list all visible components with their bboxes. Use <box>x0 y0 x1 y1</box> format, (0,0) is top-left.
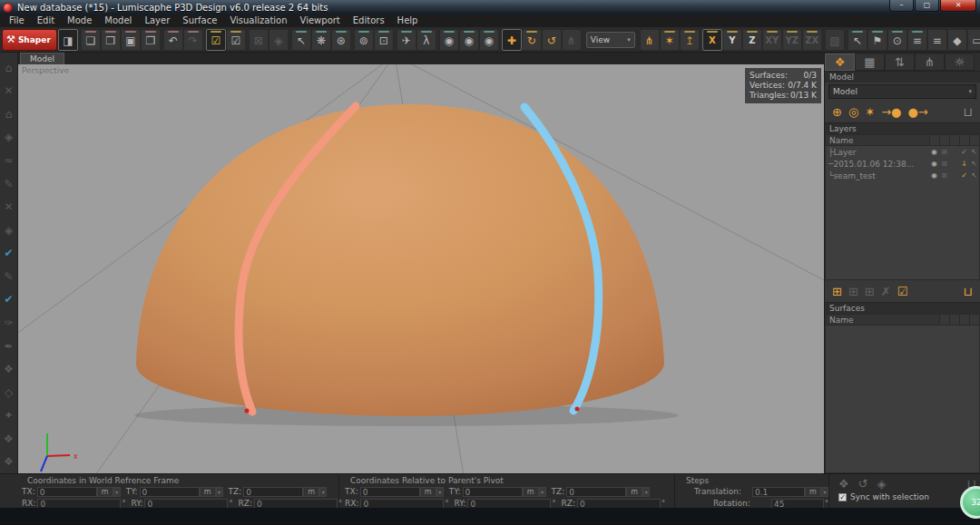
unit-caret[interactable]: ▾ <box>642 487 650 497</box>
brush-icon[interactable]: ✎ <box>1 265 17 288</box>
tab-model[interactable]: ❖ <box>825 53 855 71</box>
viewport-tab-model[interactable]: Model <box>20 53 64 64</box>
align-icon[interactable]: ✎ <box>1 172 17 196</box>
place-hierarchy-tool[interactable]: ⋔ <box>562 29 582 51</box>
coord-input[interactable]: 0 <box>144 499 228 509</box>
layer-row[interactable]: └seam_test◉⊠✓↖ <box>826 170 979 181</box>
menu-editors[interactable]: Editors <box>347 15 391 27</box>
menu-visualization[interactable]: Visualization <box>223 15 293 27</box>
pen-a-icon[interactable]: ✑ <box>1 311 17 335</box>
layer-row[interactable]: ├Layer◉⊠✓↖ <box>826 146 979 158</box>
paint-bucket-tool[interactable]: ◨ <box>58 29 78 51</box>
cut-icon[interactable]: ✕ <box>1 195 17 219</box>
expand-b-icon[interactable]: ❖ <box>1 451 17 474</box>
save-as-button[interactable]: ❐ <box>141 29 161 51</box>
zoom-tool[interactable]: ⊚ <box>354 29 374 51</box>
coord-input[interactable]: 0 <box>37 487 97 497</box>
visibility-icon[interactable]: ◉ <box>929 146 939 158</box>
rotate-tool[interactable]: ↻ <box>522 29 542 51</box>
unit-caret[interactable]: ▾ <box>436 487 444 497</box>
snap-button[interactable]: ◈ <box>269 29 289 51</box>
tessellate-icon[interactable]: ✦ <box>1 403 17 427</box>
list-button[interactable]: ≡ <box>927 29 947 51</box>
coord-input[interactable]: 0 <box>360 487 420 497</box>
coord-input[interactable]: 0 <box>243 487 303 497</box>
visibility-icon[interactable]: ◉ <box>929 170 939 181</box>
menu-mode[interactable]: Mode <box>61 15 98 27</box>
unit-selector[interactable]: m <box>626 487 642 497</box>
menu-model[interactable]: Model <box>98 15 138 27</box>
layer-tools-icon[interactable]: ✗ <box>881 286 891 297</box>
plane-xy-toggle[interactable]: XY <box>762 29 782 51</box>
unit-caret[interactable]: ▾ <box>539 487 546 497</box>
translation-unit[interactable]: m <box>805 487 821 497</box>
duplicate-model-icon[interactable]: ◎ <box>848 106 858 118</box>
visibility-icon[interactable]: ◉ <box>929 158 939 170</box>
export-icon[interactable]: ⌂ <box>1 102 17 126</box>
plane-zx-toggle[interactable]: ZX <box>802 29 822 51</box>
lock-icon[interactable]: ⊠ <box>939 170 949 181</box>
unit-selector[interactable]: m <box>523 487 539 497</box>
layers-name-column[interactable]: Name <box>826 135 929 145</box>
merge-icon[interactable]: ◈ <box>1 219 17 242</box>
export-from-model-icon[interactable]: ●→ <box>907 106 927 118</box>
menu-file[interactable]: File <box>3 15 31 27</box>
menu-layer[interactable]: Layer <box>138 15 176 27</box>
walk-mode-tool[interactable]: λ <box>416 29 436 51</box>
delete-icon[interactable]: ✕ <box>1 80 17 103</box>
unit-caret[interactable]: ▾ <box>216 487 223 497</box>
redo-button[interactable]: ↷ <box>183 29 203 51</box>
rotation-step-input[interactable]: 45 <box>771 499 824 509</box>
maximize-button[interactable]: ▢ <box>915 0 939 12</box>
lock-icon[interactable]: ⊠ <box>939 158 949 170</box>
coord-input[interactable]: 0 <box>577 499 661 509</box>
unit-selector[interactable]: m <box>200 487 216 497</box>
menu-viewport[interactable]: Viewport <box>294 15 347 27</box>
camera-lock-horizon-tool[interactable]: ◉ <box>459 29 479 51</box>
select-cursor-tool[interactable]: ↖ <box>291 29 311 51</box>
axis-z-toggle[interactable]: Z <box>742 29 762 51</box>
plane-yz-toggle[interactable]: YZ <box>782 29 802 51</box>
frame-axes-button[interactable]: ↥ <box>680 29 700 51</box>
move-tool[interactable]: ✚ <box>502 29 522 51</box>
coord-input[interactable]: 0 <box>463 487 523 497</box>
view-dropdown[interactable]: View▾ <box>586 32 635 48</box>
pan-hand-tool[interactable]: ❋ <box>311 29 331 51</box>
dome-model[interactable] <box>136 104 664 416</box>
measure-ruler-button[interactable]: ▭ <box>967 29 980 51</box>
pen-b-icon[interactable]: ✒ <box>1 335 17 358</box>
camera-lock-target-tool[interactable]: ◉ <box>479 29 499 51</box>
config-list-button[interactable]: ≡ <box>907 29 927 51</box>
axis-y-toggle[interactable]: Y <box>722 29 742 51</box>
state-icon[interactable]: ✓ <box>959 170 969 181</box>
apply-check-icon[interactable]: ✔ <box>1 288 17 312</box>
expand-a-icon[interactable]: ❖ <box>1 427 17 451</box>
mirror-icon[interactable]: ≈ <box>1 149 17 172</box>
paint-check-icon[interactable]: ✔ <box>1 242 17 266</box>
sync-checkbox[interactable]: ✓ <box>838 493 847 501</box>
coord-input[interactable]: 0 <box>467 499 551 509</box>
surface-pin-button[interactable]: ⚑ <box>867 29 887 51</box>
unit-selector[interactable]: m <box>420 487 436 497</box>
menu-surface[interactable]: Surface <box>176 15 223 27</box>
state-icon[interactable]: ✓ <box>959 146 969 158</box>
new-file-button[interactable]: ❏ <box>81 29 101 51</box>
layer-select-check-icon[interactable]: ☑ <box>897 286 908 297</box>
delete-layer-icon[interactable]: ⊔ <box>964 286 973 297</box>
diamond-icon[interactable]: ◇ <box>1 381 17 404</box>
undo-button[interactable]: ↶ <box>163 29 183 51</box>
add-variant-icon[interactable]: ⊞ <box>865 286 875 297</box>
add-layer-icon[interactable]: ⊞ <box>832 286 842 297</box>
menu-edit[interactable]: Edit <box>31 15 61 27</box>
unit-caret[interactable]: ▾ <box>319 487 327 497</box>
tag-button[interactable]: ◆ <box>947 29 967 51</box>
pick-cursor-tool[interactable]: ↖ <box>848 29 867 51</box>
fly-mode-tool[interactable]: ✈ <box>397 29 416 51</box>
coord-input[interactable]: 0 <box>566 487 626 497</box>
surfaces-name-column[interactable]: Name <box>826 315 939 325</box>
viewport-canvas[interactable]: x Perspective Surfaces:0/3Vertices:0/7.4… <box>18 64 824 473</box>
unit-caret[interactable]: ▾ <box>113 487 121 497</box>
hierarchy-frame-button[interactable]: ⋔ <box>640 29 660 51</box>
menu-help[interactable]: Help <box>391 15 425 27</box>
lock-selection-button[interactable]: ⊠ <box>249 29 269 51</box>
